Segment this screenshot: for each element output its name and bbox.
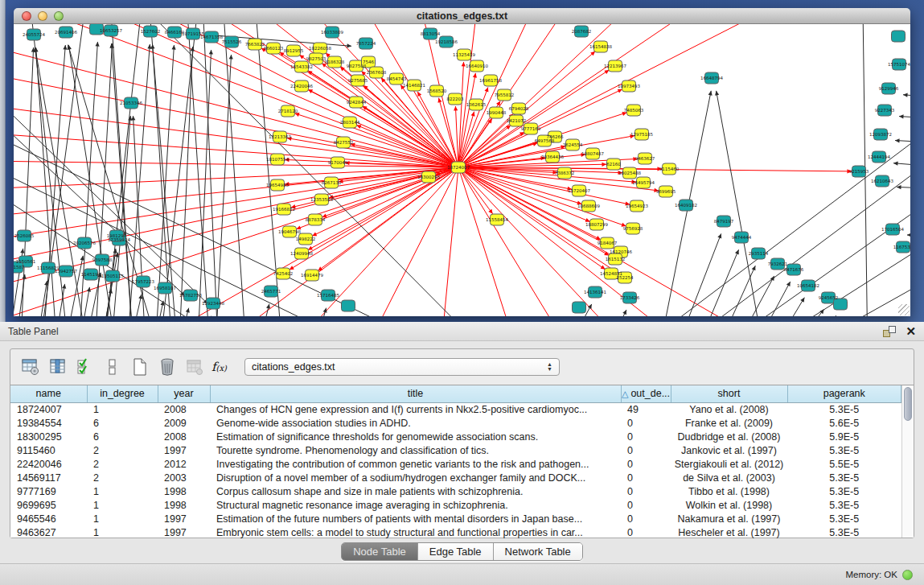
table-cell[interactable]: Hescheler et al. (1997) bbox=[671, 525, 787, 539]
tab-network-table[interactable]: Network Table bbox=[494, 543, 582, 560]
table-cell[interactable]: 0 bbox=[621, 525, 671, 539]
network-canvas[interactable]: 1872400776638228660123891295518226058982… bbox=[14, 24, 910, 316]
table-cell[interactable]: 5.3E-5 bbox=[787, 471, 901, 484]
table-cell[interactable]: 1997 bbox=[158, 525, 210, 539]
table-cell[interactable]: Estimation of the future numbers of pati… bbox=[210, 512, 621, 525]
resize-grip-icon[interactable] bbox=[898, 304, 910, 315]
table-cell[interactable]: 2008 bbox=[158, 402, 210, 416]
graph-node-teal[interactable] bbox=[342, 300, 355, 311]
tab-node-table[interactable]: Node Table bbox=[342, 543, 418, 560]
column-header-title[interactable]: title bbox=[210, 385, 621, 402]
table-cell[interactable]: 22420046 bbox=[10, 457, 87, 471]
table-cell[interactable]: 2012 bbox=[158, 457, 210, 471]
table-cell[interactable]: Nakamura et al. (1997) bbox=[671, 512, 787, 525]
column-header-year[interactable]: year bbox=[158, 385, 210, 402]
table-cell[interactable]: 1 bbox=[87, 512, 158, 525]
table-cell[interactable]: 19384554 bbox=[10, 416, 87, 430]
table-cell[interactable]: 1997 bbox=[158, 443, 210, 457]
table-cell[interactable]: 0 bbox=[621, 443, 671, 457]
table-cell[interactable]: 9465546 bbox=[10, 512, 87, 525]
table-cell[interactable]: 0 bbox=[621, 471, 671, 484]
table-row[interactable]: 969969511998Structural magnetic resonanc… bbox=[10, 498, 901, 512]
table-cell[interactable]: 5.5E-5 bbox=[787, 457, 901, 471]
table-cell[interactable]: 1997 bbox=[158, 512, 210, 525]
table-cell[interactable]: Tourette syndrome. Phenomenology and cla… bbox=[210, 443, 621, 457]
table-row[interactable]: 1872400712008Changes of HCN gene express… bbox=[10, 402, 901, 416]
show-column-button[interactable] bbox=[46, 355, 70, 379]
select-columns-button[interactable] bbox=[73, 355, 97, 379]
table-cell[interactable]: 2003 bbox=[158, 471, 210, 484]
table-cell[interactable]: 5.3E-5 bbox=[787, 484, 901, 498]
table-row[interactable]: 911546021997Tourette syndrome. Phenomeno… bbox=[10, 443, 901, 457]
table-cell[interactable]: Tibbo et al. (1998) bbox=[671, 484, 787, 498]
table-cell[interactable]: 5.3E-5 bbox=[787, 498, 901, 512]
table-cell[interactable]: 2 bbox=[87, 443, 158, 457]
table-cell[interactable]: 5.3E-5 bbox=[787, 443, 901, 457]
table-cell[interactable]: Changes of HCN gene expression and I(f) … bbox=[210, 402, 621, 416]
column-header-name[interactable]: name bbox=[10, 385, 87, 402]
table-cell[interactable]: 2008 bbox=[158, 430, 210, 443]
table-cell[interactable]: 5.3E-5 bbox=[787, 525, 901, 539]
table-cell[interactable]: Stergiakouli et al. (2012) bbox=[671, 457, 787, 471]
table-row[interactable]: 946554611997Estimation of the future num… bbox=[10, 512, 901, 525]
table-cell[interactable]: 5.9E-5 bbox=[787, 430, 901, 443]
table-cell[interactable]: Corpus callosum shape and size in male p… bbox=[210, 484, 621, 498]
table-cell[interactable]: 1 bbox=[87, 525, 158, 539]
table-cell[interactable]: 0 bbox=[621, 512, 671, 525]
table-cell[interactable]: 2 bbox=[87, 471, 158, 484]
table-cell[interactable]: 1998 bbox=[158, 498, 210, 512]
scrollbar-thumb[interactable] bbox=[904, 387, 912, 421]
table-cell[interactable]: Wolkin et al. (1998) bbox=[671, 498, 787, 512]
table-cell[interactable]: 1998 bbox=[158, 484, 210, 498]
network-view-window[interactable]: citations_edges.txt 18724007766382286601… bbox=[14, 8, 910, 316]
table-row[interactable]: 977716911998Corpus callosum shape and si… bbox=[10, 484, 901, 498]
row-height-button[interactable] bbox=[101, 355, 125, 379]
table-cell[interactable]: 2 bbox=[87, 457, 158, 471]
tab-edge-table[interactable]: Edge Table bbox=[418, 543, 494, 560]
table-row[interactable]: 1456911722003Disruption of a novel membe… bbox=[10, 471, 901, 484]
table-cell[interactable]: 6 bbox=[87, 416, 158, 430]
table-cell[interactable]: 14569117 bbox=[10, 471, 87, 484]
table-cell[interactable]: 0 bbox=[621, 457, 671, 471]
table-cell[interactable]: 49 bbox=[621, 402, 671, 416]
vertical-scrollbar[interactable] bbox=[901, 385, 914, 538]
graph-node-teal[interactable] bbox=[892, 31, 906, 42]
table-selector-dropdown[interactable]: citations_edges.txt ▲▼ bbox=[244, 358, 560, 376]
table-cell[interactable]: Dudbridge et al. (2008) bbox=[671, 430, 787, 443]
table-cell[interactable]: 9115460 bbox=[10, 443, 87, 457]
table-cell[interactable]: 5.6E-5 bbox=[787, 416, 901, 430]
table-cell[interactable]: Genome-wide association studies in ADHD. bbox=[210, 416, 621, 430]
table-cell[interactable]: Structural magnetic resonance image aver… bbox=[210, 498, 621, 512]
table-row[interactable]: 1830029562008Estimation of significance … bbox=[10, 430, 901, 443]
table-cell[interactable]: Embryonic stem cells: a model to study s… bbox=[210, 525, 621, 539]
table-cell[interactable]: 9777169 bbox=[10, 484, 87, 498]
graph-node-teal[interactable] bbox=[834, 299, 848, 310]
table-row[interactable]: 946362711997Embryonic stem cells: a mode… bbox=[10, 525, 901, 539]
float-window-icon[interactable] bbox=[883, 326, 896, 337]
node-table[interactable]: namein_degreeyeartitle△out_de...shortpag… bbox=[10, 385, 901, 539]
close-panel-icon[interactable]: ✕ bbox=[906, 326, 916, 337]
graph-node-teal[interactable] bbox=[573, 302, 586, 313]
table-cell[interactable]: 6 bbox=[87, 430, 158, 443]
table-row[interactable]: 2242004622012Investigating the contribut… bbox=[10, 457, 901, 471]
table-cell[interactable]: 0 bbox=[621, 484, 671, 498]
table-cell[interactable]: de Silva et al. (2003) bbox=[671, 471, 787, 484]
column-header-short[interactable]: short bbox=[671, 385, 787, 402]
table-cell[interactable]: 9463627 bbox=[10, 525, 87, 539]
delete-table-button[interactable] bbox=[155, 355, 179, 379]
table-cell[interactable]: 1 bbox=[87, 498, 158, 512]
table-settings-button[interactable] bbox=[18, 355, 43, 379]
citation-network-graph[interactable]: 1872400776638228660123891295518226058982… bbox=[14, 24, 910, 316]
table-cell[interactable]: Estimation of significance thresholds fo… bbox=[210, 430, 621, 443]
table-row[interactable]: 1938455462009Genome-wide association stu… bbox=[10, 416, 901, 430]
table-cell[interactable]: Franke et al. (2009) bbox=[671, 416, 787, 430]
table-cell[interactable]: 0 bbox=[621, 498, 671, 512]
table-cell[interactable]: 2009 bbox=[158, 416, 210, 430]
network-window-titlebar[interactable]: citations_edges.txt bbox=[14, 8, 910, 24]
table-cell[interactable]: 0 bbox=[621, 416, 671, 430]
column-header-out_de[interactable]: △out_de... bbox=[621, 385, 671, 402]
new-table-button[interactable] bbox=[128, 355, 152, 379]
table-cell[interactable]: 1 bbox=[87, 484, 158, 498]
table-cell[interactable]: Investigating the contribution of common… bbox=[210, 457, 621, 471]
table-cell[interactable]: 0 bbox=[621, 430, 671, 443]
